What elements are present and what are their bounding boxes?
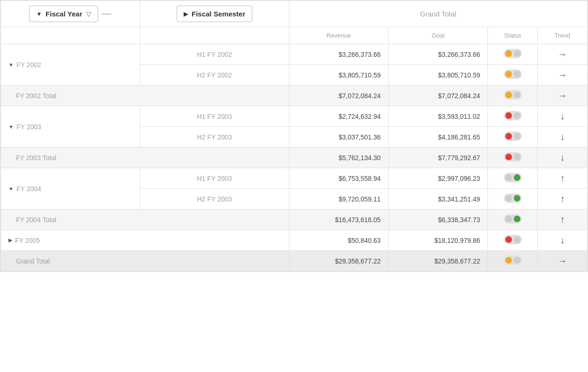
semester-cell: H2 FY 2003 — [140, 127, 289, 147]
revenue-value: $9,720,059.11 — [339, 195, 381, 203]
trend-icon: ↓ — [560, 111, 565, 121]
semester-label: H1 FY 2003 — [197, 113, 232, 120]
fy-row: ▼ FY 2002 H1 FY 2002 $3,266,373.66 $3,26… — [1, 44, 588, 65]
revenue-cell: $6,753,558.94 — [289, 168, 388, 189]
grand-total-trend-icon: → — [558, 256, 567, 266]
total-status-icon — [504, 152, 522, 162]
pivot-table: ▼ Fiscal Year ▽ ▶ Fiscal Semester Gran — [0, 0, 588, 272]
semester-cell: H2 FY 2003 — [140, 189, 289, 209]
fy-label-cell: ▼ FY 2004 — [1, 168, 140, 209]
total-trend-icon: ↑ — [560, 214, 565, 225]
total-trend-cell: ↓ — [538, 147, 588, 168]
expand-icon: ▶ — [184, 11, 188, 17]
revenue-value: $2,724,632.94 — [339, 113, 381, 120]
fy-name: FY 2003 — [16, 123, 41, 131]
grand-total-status-cell — [488, 251, 538, 271]
trend-cell: ↑ — [538, 189, 588, 209]
total-revenue-cell: $7,072,084.24 — [289, 85, 388, 106]
status-cell — [488, 65, 538, 85]
fy-name: FY 2005 — [15, 237, 40, 244]
revenue-cell: $3,266,373.66 — [289, 44, 388, 65]
filter-icon[interactable]: ▽ — [86, 10, 91, 18]
total-row: FY 2002 Total $7,072,084.24 $7,072,084.2… — [1, 85, 588, 106]
total-goal-cell: $6,338,347.73 — [388, 209, 488, 230]
expand-arrow[interactable]: ▶ — [8, 237, 12, 243]
grand-total-trend-cell: → — [538, 251, 588, 271]
fy-row: ▼ FY 2003 H1 FY 2003 $2,724,632.94 $3,59… — [1, 106, 588, 127]
fy-collapsed-row: ▶ FY 2005 $50,840.63 $18,120,979.86 ↓ — [1, 230, 588, 251]
fy-name: FY 2002 — [16, 61, 41, 69]
grand-total-label-cell: Grand Total — [1, 251, 289, 271]
status-cell — [488, 106, 538, 127]
fy-collapsed-cell: ▶ FY 2005 — [1, 230, 289, 251]
trend-cell: → — [538, 44, 588, 65]
status-icon — [504, 235, 522, 244]
collapse-arrow[interactable]: ▼ — [8, 186, 14, 192]
goal-cell: $4,186,281.65 — [388, 127, 488, 147]
revenue-cell: $2,724,632.94 — [289, 106, 388, 127]
total-label-cell: FY 2002 Total — [1, 85, 289, 106]
total-status-cell — [488, 85, 538, 106]
fiscal-semester-label: Fiscal Semester — [192, 10, 245, 18]
header-row-2: Revenue Goal Status Trend — [1, 27, 588, 44]
total-label: FY 2002 Total — [8, 92, 56, 100]
semester-label: H1 FY 2002 — [197, 51, 232, 58]
fy-row: ▼ FY 2004 H1 FY 2003 $6,753,558.94 $2,99… — [1, 168, 588, 189]
semester-cell: H1 FY 2003 — [140, 168, 289, 189]
fy-label-cell: ▼ FY 2003 — [1, 106, 140, 147]
total-revenue-value: $7,072,084.24 — [339, 92, 381, 100]
revenue-value: $3,805,710.59 — [339, 71, 381, 79]
goal-cell: $3,341,251.49 — [388, 189, 488, 209]
grand-total-goal-value: $29,358,677.22 — [434, 257, 480, 265]
semester-label: H1 FY 2003 — [197, 175, 232, 182]
grand-total-section-header: Grand Total — [289, 1, 587, 27]
fy-col-header — [1, 27, 140, 44]
status-icon — [504, 111, 522, 120]
goal-cell: $18,120,979.86 — [388, 230, 488, 251]
total-goal-cell: $7,072,084.24 — [388, 85, 488, 106]
trend-icon: → — [558, 70, 567, 80]
revenue-cell: $50,840.63 — [289, 230, 388, 251]
total-trend-cell: ↑ — [538, 209, 588, 230]
trend-cell: ↓ — [538, 106, 588, 127]
total-revenue-value: $16,473,618.05 — [335, 216, 380, 224]
goal-value: $18,120,979.86 — [434, 237, 480, 244]
semester-cell: H1 FY 2003 — [140, 106, 289, 127]
total-status-icon — [504, 214, 522, 224]
total-goal-cell: $7,779,292.67 — [388, 147, 488, 168]
trend-icon: ↓ — [560, 235, 565, 245]
total-revenue-cell: $5,762,134.30 — [289, 147, 388, 168]
status-icon — [504, 132, 522, 141]
trend-icon: ↑ — [560, 173, 565, 183]
goal-value: $3,341,251.49 — [438, 195, 480, 203]
goal-value: $4,186,281.65 — [438, 133, 480, 141]
status-icon — [504, 70, 522, 79]
header-row-1: ▼ Fiscal Year ▽ ▶ Fiscal Semester Gran — [1, 1, 588, 27]
grand-total-label: Grand Total — [8, 257, 50, 265]
collapse-arrow[interactable]: ▼ — [8, 62, 14, 68]
trend-icon: → — [558, 49, 567, 59]
grand-total-header-label: Grand Total — [420, 10, 456, 18]
goal-value: $3,266,373.66 — [438, 51, 480, 58]
total-goal-value: $7,072,084.24 — [438, 92, 480, 100]
revenue-cell: $3,805,710.59 — [289, 65, 388, 85]
semester-col-header — [140, 27, 289, 44]
revenue-cell: $9,720,059.11 — [289, 189, 388, 209]
goal-value: $3,593,011.02 — [438, 113, 480, 120]
total-trend-icon: → — [558, 90, 567, 101]
collapse-arrow[interactable]: ▼ — [8, 124, 14, 130]
grand-total-row: Grand Total $29,358,677.22 $29,358,677.2… — [1, 251, 588, 271]
fiscal-semester-header: ▶ Fiscal Semester — [140, 1, 289, 27]
semester-cell: H2 FY 2002 — [140, 65, 289, 85]
trend-cell: → — [538, 65, 588, 85]
grand-total-revenue-cell: $29,358,677.22 — [289, 251, 388, 271]
total-status-icon — [504, 90, 522, 100]
fiscal-year-header: ▼ Fiscal Year ▽ — [1, 1, 140, 27]
total-revenue-value: $5,762,134.30 — [339, 154, 381, 162]
trend-icon: ↑ — [560, 194, 565, 204]
trend-cell: ↓ — [538, 230, 588, 251]
total-status-cell — [488, 209, 538, 230]
goal-value: $2,997,096.23 — [438, 175, 480, 182]
trend-cell: ↑ — [538, 168, 588, 189]
status-icon — [504, 49, 522, 58]
